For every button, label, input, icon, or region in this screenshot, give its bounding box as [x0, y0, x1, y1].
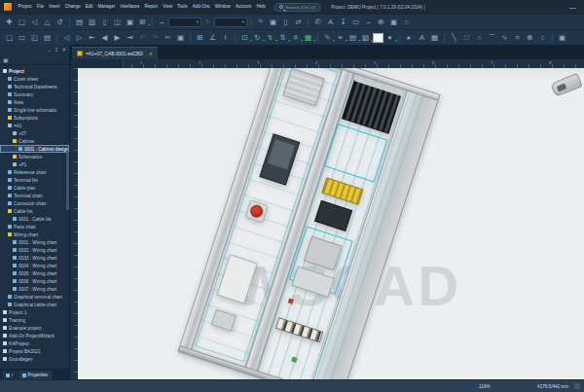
- tree-item[interactable]: 0001 : Cabinet design: [0, 145, 69, 153]
- zoom-in-icon[interactable]: ⊕: [375, 16, 387, 28]
- line-tool-icon[interactable]: ╲: [448, 31, 460, 44]
- tree-item[interactable]: Wiring chart: [0, 231, 69, 238]
- menu-item[interactable]: Edit: [83, 0, 95, 14]
- menu-item[interactable]: Help: [254, 0, 268, 14]
- pan-tool-icon[interactable]: ✚: [3, 16, 16, 28]
- tree-item[interactable]: Subprojects: [0, 114, 69, 122]
- arc-tool-icon[interactable]: ⌒: [486, 31, 498, 44]
- insert-wire-icon[interactable]: ↯: [264, 31, 276, 44]
- tree-item[interactable]: Training: [0, 316, 69, 324]
- tree-item[interactable]: Project 1: [0, 308, 69, 316]
- redo-icon[interactable]: ↷: [149, 31, 162, 44]
- color-swatch[interactable]: [372, 32, 383, 43]
- prev-element-icon[interactable]: ◁: [60, 31, 73, 44]
- home-icon[interactable]: ⌂: [400, 16, 413, 28]
- next-element-icon[interactable]: ▷: [73, 31, 86, 44]
- layer-combo[interactable]: [214, 18, 247, 27]
- tree-item[interactable]: Example project: [0, 324, 69, 332]
- selection-frame-icon[interactable]: ▢: [16, 16, 28, 28]
- tree-item[interactable]: 0005 : Wiring chart: [0, 269, 69, 277]
- undo-icon[interactable]: ↶: [136, 31, 149, 44]
- tree-item[interactable]: +07: [0, 129, 69, 137]
- collapse-icon[interactable]: ⌄: [47, 48, 52, 53]
- prev-page-icon[interactable]: ◀: [98, 31, 111, 44]
- tree-item[interactable]: Technical Datasheets: [0, 83, 69, 90]
- insert-cable-icon[interactable]: ⇅: [276, 31, 289, 44]
- attribute-tool-icon[interactable]: ▦: [428, 31, 441, 44]
- detached-3d-part[interactable]: [550, 73, 582, 97]
- grid-icon[interactable]: ⊞: [194, 31, 206, 44]
- search-input[interactable]: Search (Ctrl+Q): [274, 3, 321, 12]
- tree-item[interactable]: 0004 : Wiring chart: [0, 262, 69, 269]
- last-page-icon[interactable]: ⇥: [124, 31, 136, 44]
- minimize-button[interactable]: —: [566, 4, 580, 11]
- snap-tool-icon[interactable]: ⌗: [511, 31, 524, 44]
- tree-item[interactable]: Connector chart: [0, 199, 69, 207]
- tree-item[interactable]: 0001 : Wiring chart: [0, 238, 69, 246]
- tree-item[interactable]: 0003 : Wiring chart: [0, 254, 69, 262]
- zoom-circle-icon[interactable]: ○: [536, 31, 549, 44]
- layer-color-icon[interactable]: ●: [383, 31, 396, 44]
- form-frame-icon[interactable]: ⊞: [136, 16, 149, 28]
- document-tab[interactable]: =A1+07_CAB.0001.wsCBD ✕: [72, 47, 158, 59]
- contact-icon[interactable]: ✆: [311, 16, 324, 28]
- text-cursor-icon[interactable]: I: [219, 31, 232, 44]
- menu-item[interactable]: Tools: [175, 0, 191, 14]
- ellipse-tool-icon[interactable]: ○: [473, 31, 486, 44]
- fit-width-icon[interactable]: ↔: [156, 16, 168, 28]
- menu-item[interactable]: Window: [212, 0, 233, 14]
- layers-icon[interactable]: ▣: [267, 16, 279, 28]
- tree-item[interactable]: Reference chart: [0, 168, 69, 176]
- tree-item[interactable]: Project: [0, 67, 69, 75]
- print-preview-icon[interactable]: ▥: [86, 16, 98, 28]
- image-icon[interactable]: ▣: [387, 16, 400, 28]
- tree-item[interactable]: Grundlagen: [0, 355, 69, 363]
- menu-item[interactable]: Interfaces: [118, 0, 142, 14]
- tree-item[interactable]: Terminal list: [0, 176, 69, 184]
- pin-down-icon[interactable]: ↧: [337, 16, 349, 28]
- pointer-tool-icon[interactable]: ▸: [403, 31, 416, 44]
- menu-item[interactable]: Account: [233, 0, 253, 14]
- print-document-icon[interactable]: ▤: [41, 31, 54, 44]
- sidebar-tab[interactable]: Properties: [18, 371, 53, 379]
- pen-style-icon[interactable]: ✎: [321, 31, 334, 44]
- fill-style-icon[interactable]: ▤: [347, 31, 359, 44]
- tree-item[interactable]: 0002 : Wiring chart: [0, 246, 69, 254]
- device-view-icon[interactable]: ▯: [279, 16, 292, 28]
- tree-item[interactable]: Project BA2021: [0, 347, 69, 355]
- tree-item[interactable]: 0007 : Wiring chart: [0, 285, 69, 293]
- tree-item[interactable]: Schematics: [0, 153, 69, 160]
- drawing-canvas[interactable]: WSCAD: [78, 68, 584, 379]
- insert-image-icon[interactable]: ▣: [556, 31, 568, 44]
- menu-item[interactable]: Report: [142, 0, 161, 14]
- tree-item[interactable]: Area: [0, 98, 69, 106]
- tree-item[interactable]: Cable list: [0, 207, 69, 215]
- rotate-symbol-icon[interactable]: ↻: [251, 31, 264, 44]
- tree-item[interactable]: Cable plan: [0, 184, 69, 192]
- sync-share-icon[interactable]: ⇄: [292, 16, 305, 28]
- tree-item[interactable]: KAProject: [0, 339, 69, 347]
- bookmark-flag-icon[interactable]: ⚑: [254, 16, 267, 28]
- line-style-icon[interactable]: ≡: [334, 31, 347, 44]
- text-label-icon[interactable]: A: [324, 16, 337, 28]
- paste-icon[interactable]: ▣: [174, 31, 187, 44]
- tree-item[interactable]: Cabinet: [0, 137, 69, 145]
- page-portrait-icon[interactable]: ▯: [98, 16, 111, 28]
- save-document-icon[interactable]: ◰: [28, 31, 41, 44]
- sidebar-tab[interactable]: r: [2, 371, 18, 379]
- menu-item[interactable]: Manager: [95, 0, 118, 14]
- cabinet-3d-model[interactable]: [178, 68, 441, 379]
- polyline-tool-icon[interactable]: ∿: [498, 31, 511, 44]
- close-icon[interactable]: ✕: [61, 48, 66, 53]
- pin-icon[interactable]: ↧: [55, 48, 59, 53]
- tree-item[interactable]: Single line schematic: [0, 106, 69, 114]
- navigate-back-icon[interactable]: ◁: [28, 16, 41, 28]
- tab-close-icon[interactable]: ✕: [149, 51, 153, 56]
- tree-item[interactable]: 0001 : Cable list: [0, 215, 69, 223]
- menu-item[interactable]: Change: [62, 0, 83, 14]
- page-pair-icon[interactable]: ◫: [111, 16, 124, 28]
- navigate-up-icon[interactable]: △: [41, 16, 54, 28]
- angle-icon[interactable]: ∠: [206, 31, 219, 44]
- jump-to-icon[interactable]: →: [362, 16, 375, 28]
- comment-icon[interactable]: ▭: [349, 16, 362, 28]
